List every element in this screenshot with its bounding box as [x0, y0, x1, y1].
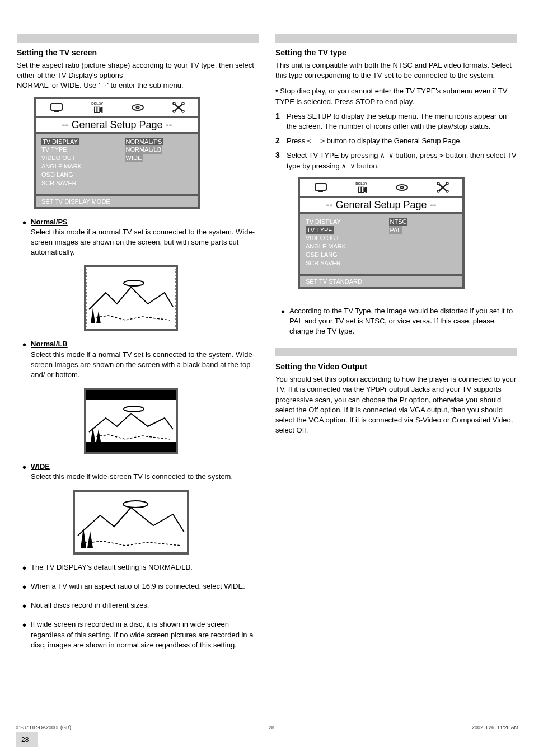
svg-point-32 — [446, 190, 448, 192]
bullet-icon: • — [22, 562, 26, 574]
menu-item: ANGLE MARK — [306, 242, 389, 251]
setup-footer-text: SET TV DISPLAY MODE — [36, 194, 198, 207]
setup-icons-row: DOLBY▯▯◖ — [36, 99, 198, 118]
svg-rect-0 — [51, 104, 62, 110]
menu-item: OSD LANG — [41, 171, 125, 179]
tv-type-note: • Stop disc play, or you cannot enter th… — [275, 86, 517, 106]
left-right-icon: < > — [307, 137, 325, 145]
bullet-icon: • — [22, 600, 26, 612]
svg-point-9 — [182, 110, 184, 112]
setup-icons-row: DOLBY▯▯◖ — [300, 179, 462, 198]
tv-type-intro: This unit is compatible with both the NT… — [275, 60, 517, 81]
intro-line-1: Set the aspect ratio (picture shape) acc… — [17, 60, 259, 81]
disc-icon — [395, 182, 409, 193]
general-setup-box-tv-display: DOLBY▯▯◖ -- General Setup Page -- TV DIS… — [34, 97, 200, 209]
setup-page-header: -- General Setup Page -- — [300, 198, 462, 214]
option-normal-lb: NORMAL/LB — [125, 145, 163, 154]
note-sizes: Not all discs record in different sizes. — [31, 600, 259, 611]
bullet-icon: • — [22, 581, 26, 593]
svg-marker-17 — [91, 427, 95, 442]
label-normal-ps: Normal/PS — [31, 218, 68, 226]
general-setup-box-tv-type: DOLBY▯▯◖ -- General Setup Page -- TV DIS… — [298, 177, 465, 289]
dolby-icon: DOLBY▯▯◖ — [91, 102, 103, 113]
normal-ps-illustration — [84, 265, 178, 331]
video-output-desc: You should set this option according to … — [275, 374, 517, 435]
section-title-video-output: Setting the Video Output — [275, 362, 517, 371]
menu-item: SCR SAVER — [306, 259, 389, 267]
svg-rect-24 — [318, 191, 323, 192]
section-title-tv-screen: Setting the TV screen — [17, 48, 259, 57]
step-3-body: Select TV TYPE by pressing ∧ ∨ button, p… — [287, 151, 517, 171]
normal-lb-illustration — [84, 388, 178, 454]
svg-point-25 — [396, 185, 407, 190]
right-icon: > — [439, 151, 444, 159]
svg-rect-23 — [315, 184, 326, 190]
step-2-body: Press < > button to display the General … — [287, 136, 517, 146]
setup-page-header: -- General Setup Page -- — [36, 118, 198, 134]
step-3-number: 3 — [275, 151, 287, 171]
svg-point-29 — [437, 182, 439, 185]
text: button. — [357, 162, 379, 170]
step-1-body: Press SETUP to display the setup menu. T… — [287, 111, 517, 132]
svg-point-6 — [173, 102, 175, 105]
svg-point-7 — [182, 102, 184, 105]
desc-normal-ps: Select this mode if a normal TV set is c… — [31, 227, 259, 258]
text: ' to enter the sub menu. — [107, 81, 183, 90]
option-pal: PAL — [389, 226, 402, 234]
menu-item-tv-display: TV DISPLAY — [41, 138, 79, 146]
label-wide: WIDE — [31, 462, 50, 471]
tv-icon — [49, 102, 64, 113]
menu-item: VIDEO OUT — [41, 154, 125, 162]
up-down-icon: ∧ ∨ — [341, 162, 354, 170]
right-arrow-icon: → — [100, 81, 107, 90]
svg-marker-18 — [96, 429, 101, 442]
bullet-icon: • — [22, 462, 26, 473]
wide-illustration — [73, 490, 189, 555]
text: button, press — [395, 151, 439, 159]
svg-point-8 — [173, 110, 175, 112]
text: Select TV TYPE by pressing — [287, 151, 380, 159]
bullet-icon: • — [22, 619, 26, 631]
section-title-tv-type: Setting the TV type — [275, 48, 517, 57]
option-wide: WIDE — [125, 154, 143, 162]
bullet-icon: • — [22, 217, 26, 228]
disc-icon — [130, 102, 145, 113]
dolby-icon: DOLBY▯▯◖ — [355, 182, 367, 193]
note-default: The TV DISPLAY's default setting is NORM… — [31, 562, 259, 572]
menu-item: TV DISPLAY — [306, 218, 389, 226]
tools-icon — [437, 182, 449, 193]
text: button to display the General Setup Page… — [327, 137, 462, 145]
bullet-icon: • — [281, 306, 285, 317]
setup-left-list: TV DISPLAY TV TYPE VIDEO OUT ANGLE MARK … — [41, 138, 125, 191]
setup-left-list: TV DISPLAY TV TYPE VIDEO OUT ANGLE MARK … — [306, 218, 389, 271]
svg-point-2 — [132, 105, 143, 110]
svg-point-31 — [437, 190, 439, 192]
step-1-number: 1 — [275, 111, 287, 132]
note-wide-recorded: If wide screen is recorded in a disc, it… — [31, 619, 259, 650]
svg-point-26 — [400, 186, 404, 188]
svg-point-3 — [136, 106, 139, 108]
setup-footer-text: SET TV STANDARD — [300, 274, 462, 287]
svg-point-30 — [446, 182, 448, 185]
desc-wide: Select this mode if wide-screen TV is co… — [31, 472, 259, 482]
desc-normal-lb: Select this mode if a normal TV set is c… — [31, 350, 259, 381]
menu-item: OSD LANG — [306, 251, 389, 259]
menu-item: ANGLE MARK — [41, 162, 125, 171]
svg-point-16 — [124, 406, 144, 412]
menu-item-tv-type: TV TYPE — [306, 226, 334, 234]
menu-item: SCR SAVER — [41, 179, 125, 187]
tv-type-distortion-note: According to the TV Type, the image woul… — [289, 306, 517, 337]
setup-right-list: NTSC PAL — [389, 218, 457, 271]
tv-icon — [313, 182, 328, 193]
svg-rect-1 — [54, 111, 59, 112]
option-normal-ps: NORMAL/PS — [125, 138, 163, 146]
intro-line-2: NORMAL, or WIDE. Use '→' to enter the su… — [17, 81, 259, 91]
bullet-icon: • — [22, 339, 26, 350]
label-normal-lb: Normal/LB — [31, 340, 68, 348]
tools-icon — [172, 102, 185, 113]
note-16-9: When a TV with an aspect ratio of 16:9 i… — [31, 581, 259, 591]
text: NORMAL, or WIDE. Use ' — [17, 81, 100, 90]
text: Press — [287, 137, 307, 145]
step-2-number: 2 — [275, 136, 287, 146]
setup-right-list: NORMAL/PS NORMAL/LB WIDE — [125, 138, 193, 191]
